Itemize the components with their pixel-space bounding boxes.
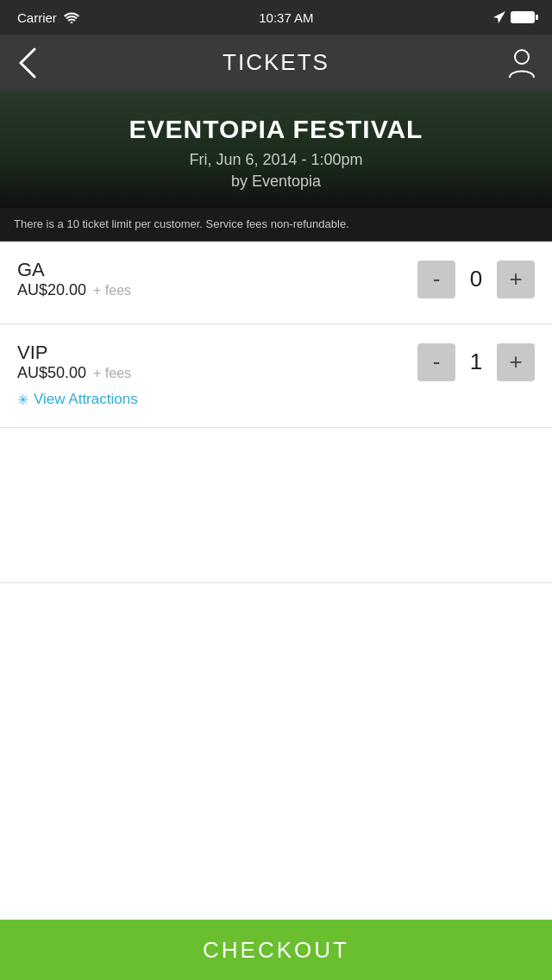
nav-title: TICKETS xyxy=(223,49,329,76)
ticket-price-vip: AU$50.00 xyxy=(17,364,86,382)
wifi-icon xyxy=(64,11,79,23)
ticket-price-row-ga: AU$20.00 + fees xyxy=(17,281,131,299)
ticket-price-ga: AU$20.00 xyxy=(17,281,86,299)
ticket-row-ga: GA AU$20.00 + fees - 0 + xyxy=(0,242,552,324)
event-organizer: by Eventopia xyxy=(17,173,535,191)
view-attractions-link[interactable]: ✳ View Attractions xyxy=(17,391,535,408)
status-left: Carrier xyxy=(17,10,79,25)
svg-point-0 xyxy=(70,22,72,23)
vip-quantity: 1 xyxy=(466,349,486,375)
profile-button[interactable] xyxy=(500,48,535,78)
nav-bar: TICKETS xyxy=(0,35,552,91)
ticket-name-ga: GA xyxy=(17,259,131,281)
ticket-price-row-vip: AU$50.00 + fees xyxy=(17,364,131,382)
ga-quantity: 0 xyxy=(466,266,486,292)
checkout-label: CHECKOUT xyxy=(203,937,349,964)
location-icon xyxy=(493,11,505,23)
ticket-controls-ga: - 0 + xyxy=(417,261,535,298)
carrier-label: Carrier xyxy=(17,10,57,25)
ticket-row-vip: VIP AU$50.00 + fees - 1 + ✳ View Attract… xyxy=(0,324,552,428)
ticket-info-vip: VIP AU$50.00 + fees xyxy=(17,342,131,382)
svg-marker-1 xyxy=(493,11,505,23)
notice-bar: There is a 10 ticket limit per customer.… xyxy=(0,208,552,242)
vip-decrement-button[interactable]: - xyxy=(417,343,455,381)
battery-fill xyxy=(512,13,533,22)
notice-text: There is a 10 ticket limit per customer.… xyxy=(14,217,349,230)
event-name: EVENTOPIA FESTIVAL xyxy=(17,115,535,144)
status-bar: Carrier 10:37 AM xyxy=(0,0,552,35)
empty-section-2 xyxy=(0,583,552,738)
view-attractions-label: View Attractions xyxy=(34,391,138,408)
ticket-name-vip: VIP xyxy=(17,342,131,364)
ticket-fees-ga: + fees xyxy=(93,283,131,298)
empty-section-1 xyxy=(0,428,552,583)
attractions-icon: ✳ xyxy=(17,392,28,408)
ticket-controls-vip: - 1 + xyxy=(417,343,535,381)
ticket-info-ga: GA AU$20.00 + fees xyxy=(17,259,131,299)
ticket-fees-vip: + fees xyxy=(93,366,131,381)
ticket-top-ga: GA AU$20.00 + fees - 0 + xyxy=(17,259,535,299)
ga-decrement-button[interactable]: - xyxy=(417,261,455,298)
svg-point-2 xyxy=(515,50,529,64)
event-date: Fri, Jun 6, 2014 - 1:00pm xyxy=(17,151,535,169)
event-header: EVENTOPIA FESTIVAL Fri, Jun 6, 2014 - 1:… xyxy=(0,91,552,208)
ga-increment-button[interactable]: + xyxy=(497,261,535,298)
checkout-button[interactable]: CHECKOUT xyxy=(0,920,552,980)
ticket-top-vip: VIP AU$50.00 + fees - 1 + xyxy=(17,342,535,382)
vip-increment-button[interactable]: + xyxy=(497,343,535,381)
battery-icon xyxy=(511,11,535,23)
back-button[interactable] xyxy=(17,47,52,79)
status-right xyxy=(493,11,535,23)
status-time: 10:37 AM xyxy=(259,10,313,25)
